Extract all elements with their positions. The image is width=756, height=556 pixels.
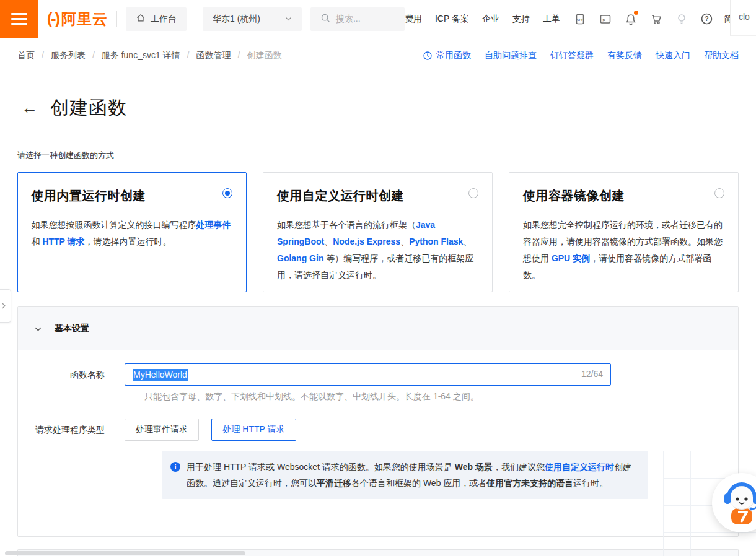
top-bar: (-) 阿里云 工作台 华东1 (杭州) 搜索... 费用 ICP 备案 企业 — [0, 0, 756, 38]
handler-type-group: 处理事件请求 处理 HTTP 请求 — [125, 419, 306, 441]
chevron-right-icon — [0, 302, 7, 310]
card-container-image[interactable]: 使用容器镜像创建 如果您想完全控制程序运行的环境，或者迁移已有的容器应用，请使用… — [509, 172, 739, 292]
workbench-button[interactable]: 工作台 — [126, 7, 187, 31]
nav-item-icp[interactable]: ICP 备案 — [435, 14, 469, 25]
side-panel-expander[interactable] — [0, 289, 11, 323]
nav-item-fees[interactable]: 费用 — [405, 14, 422, 25]
clock-icon — [423, 51, 433, 61]
workbench-label: 工作台 — [151, 14, 177, 25]
inline-text: 如果您想按照函数计算定义的接口编写程序 — [32, 220, 196, 230]
aliyun-logo-text: 阿里云 — [61, 9, 108, 29]
inline-link[interactable]: Golang Gin — [277, 253, 323, 263]
nav-item-tickets[interactable]: 工单 — [543, 14, 560, 25]
link-help-docs[interactable]: 帮助文档 — [704, 50, 739, 61]
breadcrumb-service-detail[interactable]: 服务 func_svc1 详情 — [102, 50, 196, 61]
section-title: 基本设置 — [55, 323, 89, 334]
breadcrumb-home[interactable]: 首页 — [17, 50, 51, 61]
inline-link[interactable]: 使用自定义运行时 — [545, 462, 614, 472]
home-icon — [136, 13, 146, 25]
inline-text: 如果您想基于各个语言的流行框架（ — [277, 220, 416, 230]
aliyun-logo-glyph: (-) — [47, 10, 59, 28]
nav-item-support[interactable]: 支持 — [512, 14, 530, 25]
chatbot-assistant-button[interactable] — [712, 473, 756, 532]
basic-settings-body: 函数名称 MyHelloWorld 12/64 只能包含字母、数字、下划线和中划… — [18, 350, 738, 536]
function-name-input[interactable]: MyHelloWorld 12/64 — [125, 363, 611, 386]
card-description: 如果您想完全控制程序运行的环境，或者迁移已有的容器应用，请使用容器镜像的方式部署… — [523, 217, 724, 284]
region-selector[interactable]: 华东1 (杭州) — [203, 7, 302, 31]
horizontal-scrollbar-thumb[interactable] — [5, 551, 245, 555]
function-name-helper: 只能包含字母、数字、下划线和中划线。不能以数字、中划线开头。长度在 1-64 之… — [144, 391, 738, 402]
function-name-label: 函数名称 — [18, 363, 125, 386]
app-icon[interactable]: APP — [573, 12, 587, 26]
card-description: 如果您想基于各个语言的流行框架（Java SpringBoot、Node.js … — [277, 217, 478, 284]
card-title: 使用容器镜像创建 — [523, 188, 724, 204]
card-title: 使用内置运行时创建 — [32, 188, 233, 204]
link-feedback[interactable]: 有奖反馈 — [607, 50, 642, 61]
link-self-troubleshoot[interactable]: 自助问题排查 — [485, 50, 537, 61]
handler-type-label: 请求处理程序类型 — [18, 419, 125, 441]
hamburger-menu-button[interactable] — [0, 0, 38, 38]
function-name-value-selected: MyHelloWorld — [133, 369, 188, 381]
http-info-box: i 用于处理 HTTP 请求或 Websocket 请求的函数。如果您的使用场景… — [162, 451, 648, 499]
top-icon-row: APP >_ ? — [573, 12, 714, 26]
top-nav: 费用 ICP 备案 企业 支持 工单 — [405, 14, 560, 25]
inline-text: 和 — [32, 237, 43, 246]
chevron-down-icon — [285, 14, 292, 24]
link-quick-start[interactable]: 快速入门 — [656, 50, 690, 61]
card-title: 使用自定义运行时创建 — [277, 188, 478, 204]
handler-http-button[interactable]: 处理 HTTP 请求 — [211, 419, 296, 441]
inline-text: 运行时。 — [573, 478, 608, 488]
card-description: 如果您想按照函数计算定义的接口编写程序处理事件和 HTTP 请求，请选择内置运行… — [32, 217, 233, 250]
breadcrumb-function-mgmt[interactable]: 函数管理 — [196, 50, 247, 61]
inline-text: 用于处理 HTTP 请求或 Websocket 请求的函数。如果您的使用场景是 — [187, 462, 455, 472]
basic-settings-header[interactable]: 基本设置 — [18, 307, 738, 350]
inline-text: 、 — [324, 237, 333, 246]
inline-link[interactable]: GPU 实例 — [552, 253, 590, 263]
svg-text:APP: APP — [576, 17, 584, 21]
chevron-down-icon — [34, 325, 42, 333]
search-placeholder: 搜索... — [336, 14, 361, 25]
inline-text: 各个语言和框架的 Web 应用，或者 — [351, 478, 486, 488]
inline-text: 、 — [400, 237, 409, 246]
creation-method-cards: 使用内置运行时创建 如果您想按照函数计算定义的接口编写程序处理事件和 HTTP … — [0, 172, 756, 292]
inline-text: ，我们建议您 — [493, 462, 545, 472]
bell-icon[interactable] — [624, 12, 638, 26]
aliyun-logo[interactable]: (-) 阿里云 — [47, 9, 108, 29]
inline-text: 使用官方未支持的语言 — [486, 478, 573, 488]
link-common-functions[interactable]: 常用函数 — [423, 50, 471, 61]
inline-link[interactable]: Node.js Express — [333, 237, 400, 246]
terminal-icon[interactable]: >_ — [599, 12, 612, 26]
info-icon: i — [170, 462, 180, 472]
inline-text: ，请选择内置运行时。 — [85, 237, 172, 246]
handler-event-button[interactable]: 处理事件请求 — [125, 419, 199, 441]
card-custom-runtime[interactable]: 使用自定义运行时创建 如果您想基于各个语言的流行框架（Java SpringBo… — [263, 172, 493, 292]
card-builtin-runtime[interactable]: 使用内置运行时创建 如果您想按照函数计算定义的接口编写程序处理事件和 HTTP … — [17, 172, 247, 292]
help-icon[interactable]: ? — [700, 12, 714, 26]
breadcrumb: 首页 服务列表 服务 func_svc1 详情 函数管理 创建函数 — [17, 50, 281, 61]
svg-text:?: ? — [705, 15, 709, 22]
divider — [116, 11, 117, 27]
inline-link[interactable]: HTTP 请求 — [42, 237, 84, 246]
breadcrumb-service-list[interactable]: 服务列表 — [51, 50, 102, 61]
cart-icon[interactable] — [649, 12, 663, 26]
help-links: 常用函数 自助问题排查 钉钉答疑群 有奖反馈 快速入门 帮助文档 — [423, 50, 739, 61]
nav-item-enterprise[interactable]: 企业 — [482, 14, 499, 25]
inline-link[interactable]: Python Flask — [409, 237, 463, 246]
svg-text:>_: >_ — [602, 17, 609, 22]
inline-link[interactable]: 处理事件 — [196, 220, 231, 230]
breadcrumb-row: 首页 服务列表 服务 func_svc1 详情 函数管理 创建函数 常用函数 自… — [0, 38, 756, 73]
info-text: 用于处理 HTTP 请求或 Websocket 请求的函数。如果您的使用场景是 … — [187, 459, 638, 491]
page-head: ← 创建函数 — [21, 83, 756, 133]
hamburger-icon — [11, 13, 27, 15]
inline-text: 、 — [463, 237, 472, 246]
search-input[interactable]: 搜索... — [310, 7, 405, 31]
link-dingtalk-group[interactable]: 钉钉答疑群 — [550, 50, 594, 61]
bulb-icon[interactable] — [675, 12, 688, 26]
char-counter: 12/64 — [581, 364, 603, 384]
inline-text: Web 场景 — [455, 462, 493, 472]
region-value: 华东1 (杭州) — [213, 14, 260, 25]
account-dropdown-partial[interactable]: clo — [730, 0, 756, 36]
back-arrow-button[interactable]: ← — [21, 100, 38, 116]
page-title: 创建函数 — [50, 95, 127, 121]
create-function-page: (-) 阿里云 工作台 华东1 (杭州) 搜索... 费用 ICP 备案 企业 — [0, 0, 756, 556]
